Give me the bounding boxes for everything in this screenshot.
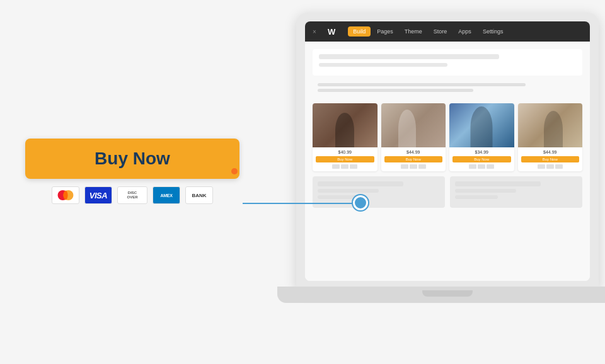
mini-pay-3 [350, 164, 357, 169]
product-buy-btn-1[interactable]: Buy Now [316, 156, 374, 162]
product-grid: $40.99 Buy Now $44.99 [313, 103, 582, 171]
bank-icon: BANK [185, 186, 213, 204]
product-price-1: $40.99 [316, 150, 374, 154]
product-pay-icons-4 [521, 164, 580, 169]
product-pay-icons-3 [452, 164, 511, 169]
product-info-2: $44.99 Buy Now [381, 147, 446, 171]
mini-pay-12 [555, 164, 563, 169]
product-pay-icons-1 [316, 164, 374, 169]
buy-now-button[interactable]: Buy Now [25, 139, 239, 179]
nav-build[interactable]: Build [348, 26, 371, 37]
mini-pay-1 [332, 164, 340, 169]
laptop-screen: × W Build Pages Theme Store Apps Setting… [305, 21, 590, 281]
mini-pay-10 [538, 164, 545, 169]
product-info-4: $44.99 Buy Now [518, 147, 583, 171]
screen-navbar: × W Build Pages Theme Store Apps Setting… [305, 21, 590, 42]
nav-settings[interactable]: Settings [478, 26, 509, 37]
product-buy-btn-3[interactable]: Buy Now [452, 156, 511, 162]
product-image-3 [449, 103, 514, 147]
skeleton-line-1 [319, 54, 499, 59]
mastercard-icon [52, 186, 79, 204]
product-card-3: $34.99 Buy Now [449, 103, 514, 171]
bottom-skeleton-1 [318, 181, 403, 186]
product-price-4: $44.99 [521, 150, 580, 154]
product-image-1 [313, 103, 377, 147]
left-panel: Buy Now VISA DISCOVER AMEX BANK [25, 139, 239, 204]
bottom-card-2 [450, 176, 582, 208]
product-card-1: $40.99 Buy Now [313, 103, 377, 171]
product-card-4: $44.99 Buy Now [518, 103, 583, 171]
skeleton-line-2 [319, 63, 447, 67]
laptop-outer: × W Build Pages Theme Store Apps Setting… [296, 13, 599, 290]
bottom-skeleton-4 [455, 181, 541, 186]
close-button[interactable]: × [310, 27, 319, 36]
product-price-2: $44.99 [384, 150, 443, 154]
payment-icons-row: VISA DISCOVER AMEX BANK [52, 186, 213, 204]
mid-skeleton [313, 81, 582, 98]
laptop-wrapper: × W Build Pages Theme Store Apps Setting… [277, 0, 605, 340]
connector-dot [353, 195, 368, 210]
bottom-skeleton-5 [455, 189, 516, 193]
nav-store[interactable]: Store [429, 26, 452, 37]
nav-theme[interactable]: Theme [400, 26, 427, 37]
bottom-skeleton-6 [455, 195, 498, 199]
mini-pay-4 [401, 164, 408, 169]
product-buy-btn-2[interactable]: Buy Now [384, 156, 443, 162]
product-price-3: $34.99 [452, 150, 511, 154]
mini-pay-2 [341, 164, 349, 169]
mid-skeleton-2 [318, 89, 473, 92]
nav-items: Build Pages Theme Store Apps Settings [348, 26, 508, 37]
visa-icon: VISA [84, 186, 112, 204]
mini-pay-6 [418, 164, 426, 169]
product-info-1: $40.99 Buy Now [313, 147, 377, 171]
mini-pay-7 [469, 164, 476, 169]
mid-skeleton-1 [318, 83, 526, 86]
mini-pay-11 [546, 164, 554, 169]
mini-pay-5 [410, 164, 417, 169]
product-image-2 [381, 103, 446, 147]
nav-logo: W [328, 27, 335, 37]
laptop-base [277, 287, 605, 303]
product-pay-icons-2 [384, 164, 443, 169]
amex-icon: AMEX [153, 186, 180, 204]
product-card-2: $44.99 Buy Now [381, 103, 446, 171]
discover-icon: DISCOVER [117, 186, 147, 204]
nav-apps[interactable]: Apps [453, 26, 476, 37]
product-info-3: $34.99 Buy Now [449, 147, 514, 171]
product-buy-btn-4[interactable]: Buy Now [521, 156, 580, 162]
connector-line [243, 203, 369, 204]
screen-content: $40.99 Buy Now $44.99 [305, 42, 590, 281]
bottom-skeleton-2 [318, 189, 379, 193]
mini-pay-9 [487, 164, 494, 169]
mini-pay-8 [478, 164, 485, 169]
nav-pages[interactable]: Pages [372, 26, 398, 37]
top-skeleton [313, 49, 582, 76]
svg-point-2 [63, 190, 67, 200]
product-image-4 [518, 103, 583, 147]
